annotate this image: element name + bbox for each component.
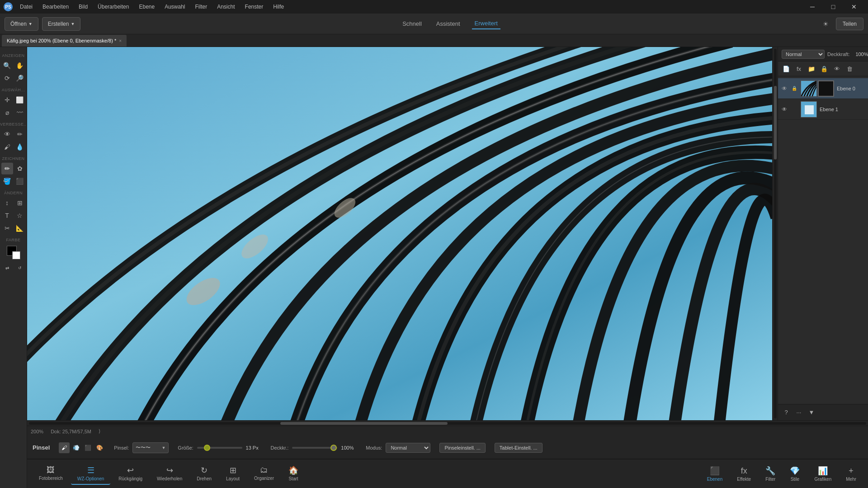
menu-bild[interactable]: Bild [74,2,92,12]
swap-colors-btn[interactable]: ⇄ [1,262,13,274]
spot-heal-tool[interactable]: ✏ [14,128,26,140]
layout-icon: ⊞ [230,465,236,475]
create-button[interactable]: Erstellen ▼ [42,17,81,31]
panel-icon6[interactable]: 🗑 [844,63,855,74]
tab-close-btn[interactable]: × [119,38,122,43]
tablet-settings-btn[interactable]: Tablet-Einstell. ... [495,443,542,453]
menu-fenster[interactable]: Fenster [241,2,268,12]
fill-tool[interactable]: 🪣 [1,175,13,187]
v-scroll-thumb[interactable] [774,86,777,160]
layer-visibility-0[interactable]: 👁 [781,85,788,92]
zoom-tool[interactable]: 🔍 [1,60,13,71]
share-button[interactable]: Teilen [836,18,863,30]
opacity-slider-thumb[interactable] [330,445,337,451]
vertical-scrollbar[interactable] [772,47,778,420]
taskbar-fotobereich[interactable]: 🖼 Fotobereich [33,463,69,485]
brightness-icon-btn[interactable]: ☀ [820,18,832,30]
close-button[interactable]: ✕ [844,0,864,14]
collapse-btn[interactable]: ▼ [806,407,817,418]
transform-tool[interactable]: ⊞ [14,197,26,209]
zoom-out-tool[interactable]: 🔎 [14,72,26,84]
panel-icon4[interactable]: 🔒 [819,63,830,74]
fx-icon-btn[interactable]: fx [793,63,804,74]
redeye-tool[interactable]: 👁 [1,128,13,140]
blend-mode-select[interactable]: Normal Multiplizieren Abdunkeln [782,50,825,59]
menu-bearbeiten[interactable]: Bearbeiten [38,2,73,12]
shape-tool[interactable]: ☆ [14,210,26,221]
clone-tool[interactable]: 🖌 [1,141,13,153]
panel-icon3[interactable]: 📁 [806,63,817,74]
rect-select-tool[interactable]: ⬜ [14,94,26,106]
smudge-tool[interactable]: 💧 [14,141,26,153]
taskbar-layout[interactable]: ⊞ Layout [220,463,246,485]
brush-settings-btn[interactable]: Pinseleinstell. ... [439,443,485,453]
menu-ueberarbeiten[interactable]: Überarbeiten [93,2,133,12]
eraser-tool[interactable]: ⬛ [14,175,26,187]
taskbar-grafiken[interactable]: 📊 Grafiken [808,463,838,484]
h-scroll-thumb[interactable] [280,422,448,425]
nav-assistent[interactable]: Assistent [434,19,463,29]
maximize-button[interactable]: □ [823,0,844,14]
brush-airbrush-btn[interactable]: 💨 [71,442,81,453]
layer-item-0[interactable]: 👁 🔒 [778,78,868,99]
rotate-view-tool[interactable]: ⟳ [1,72,13,84]
menu-ebene[interactable]: Ebene [134,2,159,12]
brush-impressionist-btn[interactable]: ⬛ [82,442,93,453]
doc-info-status: Dok: 25,7M/57,5M [51,429,91,434]
size-slider-thumb[interactable] [204,445,210,451]
taskbar-effekte[interactable]: fx Effekte [731,464,757,484]
opacity-slider-track[interactable] [292,447,337,449]
layer-item-1[interactable]: 👁 Ebene 1 [778,99,868,120]
brush-tool[interactable]: ✏ [1,163,13,174]
taskbar-mehr[interactable]: + Mehr [840,464,863,484]
lasso-tool[interactable]: ⌀ [1,107,13,118]
left-sidebar: ANZEIGEN 🔍 ✋ ⟳ 🔎 AUSWÄH... ✛ ⬜ ⌀ 〰 VERBE… [0,47,27,488]
taskbar-start[interactable]: 🏠 Start [282,463,305,485]
crop-tool[interactable]: ↕ [1,197,13,209]
mode-select[interactable]: Normal Multiplizieren Abdunkeln Aufhelle… [386,443,430,453]
section-auswahl-label: AUSWÄH... [0,85,27,93]
menu-hilfe[interactable]: Hilfe [269,2,288,12]
canvas-container[interactable] [27,47,772,420]
ruler-tool[interactable]: 📐 [14,222,26,234]
color-swatch[interactable] [7,246,20,259]
document-tab[interactable]: Käfig.jpeg bei 200% (Ebene 0, Ebenenmask… [2,35,127,47]
brush-picker[interactable]: 〜〜〜 ▼ [132,442,169,453]
more-btn[interactable]: ··· [793,407,804,418]
taskbar-drehen[interactable]: ↻ Drehen [190,463,218,485]
panel-icon5[interactable]: 👁 [831,63,842,74]
horizontal-scrollbar[interactable] [27,420,868,426]
stamp-tool[interactable]: ✿ [14,163,26,174]
help-btn[interactable]: ? [781,407,792,418]
taskbar-filter[interactable]: 🔧 Filter [759,463,782,484]
scissors-tool[interactable]: ✂ [1,222,13,234]
reset-colors-btn[interactable]: ↺ [14,262,26,274]
taskbar-wz-optionen[interactable]: ☰ WZ-Optionen [71,463,110,485]
menu-datei[interactable]: Datei [15,2,37,12]
taskbar-organizer[interactable]: 🗂 Organizer [248,463,280,485]
type-tool[interactable]: T [1,210,13,221]
filter-label: Filter [765,477,775,482]
menu-auswahl[interactable]: Auswahl [160,2,189,12]
taskbar-stile[interactable]: 💎 Stile [783,463,806,484]
nav-schnell[interactable]: Schnell [400,19,425,29]
move-tool[interactable]: ✛ [1,94,13,106]
taskbar-ebenen[interactable]: ⬛ Ebenen [701,463,729,484]
open-button[interactable]: Öffnen ▼ [5,17,38,31]
layer-visibility-1[interactable]: 👁 [781,106,788,113]
menu-ansicht[interactable]: Ansicht [212,2,239,12]
magic-select-tool[interactable]: 〰 [14,107,26,118]
opacity-label: Deckkraft: [827,52,850,57]
nav-erweitert[interactable]: Erweitert [472,18,500,29]
taskbar-wiederholen[interactable]: ↪ Wiederholen [151,463,189,485]
hand-tool[interactable]: ✋ [14,60,26,71]
tool-row-zeichnen: ✏ ✿ [1,163,26,174]
minimize-button[interactable]: ─ [802,0,823,14]
brush-color-btn[interactable]: 🎨 [94,442,105,453]
menu-filter[interactable]: Filter [191,2,212,12]
new-layer-icon-btn[interactable]: 📄 [781,63,792,74]
background-color[interactable] [12,251,20,259]
brush-normal-btn[interactable]: 🖌 [59,442,70,453]
size-slider-track[interactable] [197,447,242,449]
taskbar-rueckgaengig[interactable]: ↩ Rückgängig [112,463,149,485]
